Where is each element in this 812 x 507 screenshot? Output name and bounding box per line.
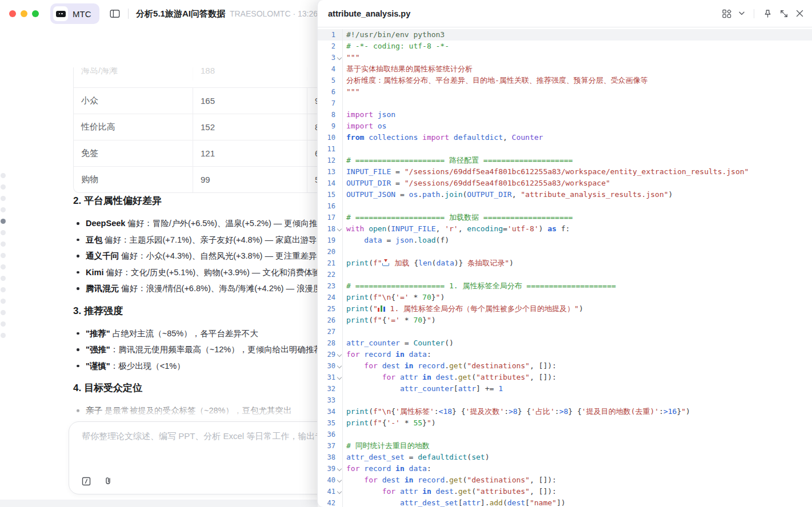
line-number[interactable]: 22 xyxy=(318,269,343,280)
code-line[interactable]: 5分析维度：属性标签分布、平台差异、目的地-属性关联、推荐强度、预算分层、受众画… xyxy=(318,75,812,86)
code-line[interactable]: 15OUTPUT_JSON = os.path.join(OUTPUT_DIR,… xyxy=(318,189,812,200)
line-number[interactable]: 13 xyxy=(318,166,343,178)
timeline-dot[interactable] xyxy=(1,299,6,304)
code-line[interactable]: 30 for dest in record.get("destinations"… xyxy=(318,360,812,372)
code-line[interactable]: 36 xyxy=(318,429,812,440)
fold-chevron-icon[interactable] xyxy=(337,489,342,494)
code-editor[interactable]: 1#!/usr/bin/env python32# -*- coding: ut… xyxy=(318,27,812,507)
code-line[interactable]: 23# ==================== 1. 属性标签全局分布 ===… xyxy=(318,280,812,292)
widgets-icon[interactable] xyxy=(722,9,731,18)
line-number[interactable]: 42 xyxy=(318,497,343,507)
fold-chevron-icon[interactable] xyxy=(337,375,342,380)
line-number[interactable]: 10 xyxy=(318,132,343,143)
line-number[interactable]: 30 xyxy=(318,360,343,372)
line-number[interactable]: 26 xyxy=(318,315,343,326)
code-line[interactable]: 39for record in data: xyxy=(318,463,812,474)
line-number[interactable]: 27 xyxy=(318,326,343,337)
attachment-icon[interactable] xyxy=(103,476,113,486)
code-line[interactable]: 12# ==================== 路径配置 ==========… xyxy=(318,155,812,166)
code-line[interactable]: 6""" xyxy=(318,86,812,98)
code-line[interactable]: 33 xyxy=(318,395,812,406)
fold-chevron-icon[interactable] xyxy=(337,352,342,357)
code-line[interactable]: 28attr_counter = Counter() xyxy=(318,337,812,349)
line-number[interactable]: 4 xyxy=(318,63,343,75)
code-line[interactable]: 19 data = json.load(f) xyxy=(318,235,812,246)
line-number[interactable]: 41 xyxy=(318,486,343,497)
expand-icon[interactable] xyxy=(779,9,789,18)
line-number[interactable]: 29 xyxy=(318,349,343,360)
code-line[interactable]: 13INPUT_FILE = "/sessions/69ddf5ea4f801b… xyxy=(318,166,812,178)
line-number[interactable]: 16 xyxy=(318,200,343,212)
line-number[interactable]: 15 xyxy=(318,189,343,200)
close-icon[interactable] xyxy=(796,10,803,17)
line-number[interactable]: 31 xyxy=(318,372,343,383)
code-line[interactable]: 31 for attr in dest.get("attributes", []… xyxy=(318,372,812,383)
sidebar-toggle-icon[interactable] xyxy=(110,9,120,18)
line-number[interactable]: 3 xyxy=(318,52,343,63)
line-number[interactable]: 18 xyxy=(318,223,343,235)
timeline-dot[interactable] xyxy=(1,242,6,247)
code-line[interactable]: 8import json xyxy=(318,109,812,120)
app-badge[interactable]: MTC xyxy=(50,3,99,24)
code-line[interactable]: 38attr_dest_set = defaultdict(set) xyxy=(318,452,812,463)
code-line[interactable]: 24print(f"\n{'=' * 70}") xyxy=(318,292,812,303)
line-number[interactable]: 35 xyxy=(318,417,343,429)
line-number[interactable]: 38 xyxy=(318,452,343,463)
code-line[interactable]: 40 for dest in record.get("destinations"… xyxy=(318,474,812,486)
code-line[interactable]: 11 xyxy=(318,143,812,155)
line-number[interactable]: 36 xyxy=(318,429,343,440)
line-number[interactable]: 28 xyxy=(318,337,343,349)
code-line[interactable]: 17# ==================== 加载数据 ==========… xyxy=(318,212,812,223)
timeline-dot[interactable] xyxy=(1,253,6,258)
line-number[interactable]: 5 xyxy=(318,75,343,86)
fold-chevron-icon[interactable] xyxy=(337,55,342,60)
line-number[interactable]: 32 xyxy=(318,383,343,395)
code-line[interactable]: 42 attr_dest_set[attr].add(dest["name"]) xyxy=(318,497,812,507)
line-number[interactable]: 40 xyxy=(318,474,343,486)
code-line[interactable]: 37# 同时统计去重目的地数 xyxy=(318,440,812,452)
timeline-dot[interactable] xyxy=(1,207,6,212)
line-number[interactable]: 20 xyxy=(318,246,343,257)
timeline-dot[interactable] xyxy=(1,287,6,292)
line-number[interactable]: 8 xyxy=(318,109,343,120)
line-number[interactable]: 19 xyxy=(318,235,343,246)
line-number[interactable]: 39 xyxy=(318,463,343,474)
line-number[interactable]: 33 xyxy=(318,395,343,406)
code-line[interactable]: 41 for attr in dest.get("attributes", []… xyxy=(318,486,812,497)
code-line[interactable]: 2# -*- coding: utf-8 -*- xyxy=(318,41,812,52)
code-line[interactable]: 25print(" 1. 属性标签全局分布（每个属性被多少个目的地提及）") xyxy=(318,303,812,315)
code-line[interactable]: 9import os xyxy=(318,120,812,132)
timeline-dot[interactable] xyxy=(1,173,6,178)
line-number[interactable]: 25 xyxy=(318,303,343,315)
timeline-dot[interactable] xyxy=(1,321,6,327)
fold-chevron-icon[interactable] xyxy=(337,466,342,471)
line-number[interactable]: 34 xyxy=(318,406,343,417)
line-number[interactable]: 21 xyxy=(318,257,343,269)
code-line[interactable]: 27 xyxy=(318,326,812,337)
code-line[interactable]: 22 xyxy=(318,269,812,280)
slash-command-icon[interactable] xyxy=(82,476,91,486)
timeline-dot[interactable] xyxy=(1,310,6,315)
code-line[interactable]: 18with open(INPUT_FILE, 'r', encoding='u… xyxy=(318,223,812,235)
timeline-dot[interactable] xyxy=(1,219,6,224)
timeline-dot[interactable] xyxy=(1,276,6,281)
code-line[interactable]: 7 xyxy=(318,98,812,109)
code-line[interactable]: 20 xyxy=(318,246,812,257)
timeline-dot[interactable] xyxy=(1,230,6,235)
timeline-dot[interactable] xyxy=(1,333,6,338)
message-composer[interactable]: 帮你整理论文综述、编写 PPT、分析 Excel 等日常工作，输出专业级工作成果 xyxy=(69,421,318,494)
timeline-dot[interactable] xyxy=(1,184,6,190)
code-line[interactable]: 21print(f" 加载 {len(data)} 条抽取记录") xyxy=(318,257,812,269)
line-number[interactable]: 23 xyxy=(318,280,343,292)
chevron-down-icon[interactable] xyxy=(739,11,745,15)
code-line[interactable]: 1#!/usr/bin/env python3 xyxy=(318,29,812,41)
line-number[interactable]: 12 xyxy=(318,155,343,166)
fold-chevron-icon[interactable] xyxy=(337,227,342,231)
line-number[interactable]: 14 xyxy=(318,178,343,189)
code-line[interactable]: 14OUTPUT_DIR = "/sessions/69ddf5ea4f801b… xyxy=(318,178,812,189)
code-line[interactable]: 26print(f"{'=' * 70}") xyxy=(318,315,812,326)
fold-chevron-icon[interactable] xyxy=(337,478,342,482)
code-line[interactable]: 29for record in data: xyxy=(318,349,812,360)
code-line[interactable]: 10from collections import defaultdict, C… xyxy=(318,132,812,143)
code-line[interactable]: 3""" xyxy=(318,52,812,63)
